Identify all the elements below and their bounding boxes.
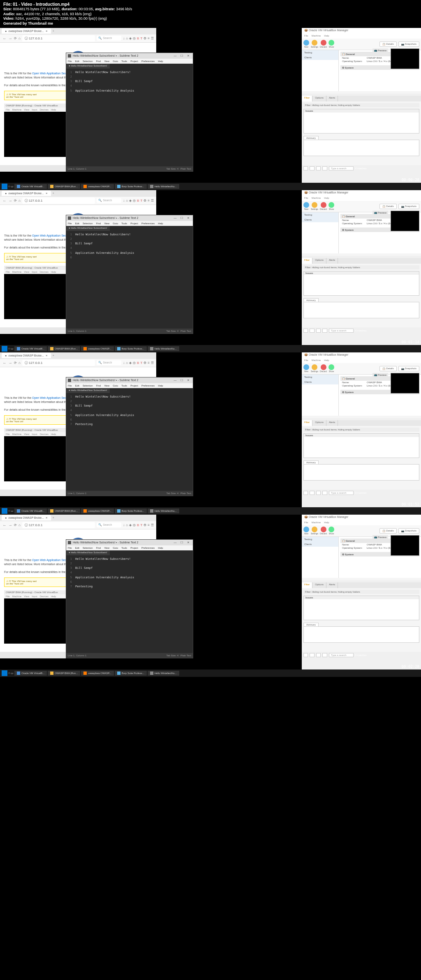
- browser-tab[interactable]: ●owaspbwa OWASP Broke...×: [2, 353, 51, 358]
- bars-icon[interactable]: ≡: [148, 361, 150, 365]
- nav-last-button[interactable]: >: [322, 166, 327, 170]
- nav-next-button[interactable]: +: [316, 653, 321, 657]
- maximize-button[interactable]: ☐: [179, 216, 185, 220]
- details-button[interactable]: 📋Details: [379, 41, 396, 47]
- options-tab[interactable]: Options: [312, 258, 326, 264]
- alerts-tab[interactable]: Alerts: [326, 582, 338, 588]
- menu-item[interactable]: Input: [32, 271, 37, 273]
- taskbar-item[interactable]: owaspbwa OWASP...: [81, 671, 113, 676]
- home-icon[interactable]: ⌂: [126, 199, 128, 202]
- snapshots-button[interactable]: 📷Snapshots: [398, 204, 419, 209]
- menu-item[interactable]: Machine: [12, 433, 22, 435]
- download-icon[interactable]: ↓: [123, 523, 125, 527]
- menu-item[interactable]: Input: [32, 433, 37, 435]
- minimize-button[interactable]: —: [172, 54, 178, 58]
- menu-item[interactable]: Edit: [75, 222, 79, 225]
- menu-item[interactable]: Devices: [40, 271, 49, 273]
- bold-icon[interactable]: B: [137, 523, 139, 527]
- editor-content[interactable]: 1Hello WintellectNow Subscribers!23Bill …: [66, 393, 193, 428]
- bars-icon[interactable]: ≡: [148, 199, 150, 202]
- close-button[interactable]: ✕: [185, 541, 191, 545]
- taskbar-item[interactable]: OWASP BWA [Run...: [48, 671, 80, 676]
- taskbar-item[interactable]: owaspbwa OWASP...: [81, 508, 113, 513]
- menu-item[interactable]: File: [304, 35, 308, 38]
- home-button[interactable]: ⌂: [19, 361, 21, 365]
- sidebar-item[interactable]: Clients: [302, 380, 338, 384]
- close-button[interactable]: ✕: [185, 54, 191, 58]
- search-input[interactable]: Type a search: [329, 166, 354, 170]
- nav-first-button[interactable]: ?: [303, 653, 308, 657]
- menu-item[interactable]: File: [6, 271, 10, 273]
- menu-item[interactable]: Devices: [40, 433, 49, 435]
- menu-item[interactable]: Edit: [75, 60, 79, 62]
- bars-icon[interactable]: ≡: [148, 523, 150, 527]
- browser-tab[interactable]: ●owaspbwa OWASP Broke...×: [2, 28, 51, 34]
- menu-item[interactable]: Input: [32, 108, 37, 111]
- menu-item[interactable]: Help: [158, 60, 163, 62]
- back-button[interactable]: ←: [2, 36, 7, 41]
- minimize-button[interactable]: —: [172, 378, 178, 382]
- new-tab-button[interactable]: +: [53, 354, 54, 357]
- menu-item[interactable]: Preferences: [141, 222, 155, 225]
- new-tab-button[interactable]: +: [53, 516, 54, 519]
- options-tab[interactable]: Options: [312, 582, 326, 588]
- taskbar-item[interactable]: Burp Suite Profess...: [115, 184, 147, 189]
- reload-button[interactable]: ⟳: [14, 361, 17, 365]
- menu-item[interactable]: Selection: [83, 384, 93, 387]
- snapshots-button[interactable]: 📷Snapshots: [398, 366, 419, 371]
- new-tab-button[interactable]: +: [53, 30, 54, 32]
- url-bar[interactable]: ⓘ 127.0.0.1: [22, 360, 95, 366]
- close-icon[interactable]: ×: [46, 516, 48, 520]
- cortana-icon[interactable]: ○: [8, 672, 10, 674]
- advisory-tab[interactable]: Advisory: [303, 623, 319, 627]
- cortana-icon[interactable]: ○: [8, 347, 10, 350]
- menu-item[interactable]: Help: [158, 384, 163, 387]
- menu-item[interactable]: View: [24, 433, 29, 435]
- alerts-tab[interactable]: Alerts: [326, 258, 338, 264]
- sidebar-item[interactable]: Clients: [302, 55, 338, 60]
- options-tab[interactable]: Options: [312, 420, 326, 426]
- menu-item[interactable]: Help: [51, 108, 56, 111]
- search-input[interactable]: Type a search: [329, 653, 354, 657]
- text-icon[interactable]: T: [140, 199, 142, 202]
- task-view-icon[interactable]: ▭: [11, 185, 14, 188]
- editor-content[interactable]: 1Hello WintellectNow Subscribers!23Bill …: [66, 555, 193, 591]
- menu-item[interactable]: Project: [130, 60, 138, 62]
- maximize-button[interactable]: ☐: [179, 378, 185, 382]
- reload-button[interactable]: ⟳: [14, 37, 17, 40]
- maximize-button[interactable]: ☐: [179, 541, 185, 545]
- bold-icon[interactable]: B: [137, 199, 139, 202]
- search-input[interactable]: Type a search: [329, 491, 354, 495]
- menu-item[interactable]: View: [24, 595, 29, 598]
- target-icon[interactable]: ◎: [133, 523, 136, 527]
- nav-next-button[interactable]: +: [316, 329, 321, 333]
- options-tab[interactable]: Options: [312, 96, 326, 101]
- bold-icon[interactable]: B: [137, 361, 139, 365]
- menu-item[interactable]: File: [68, 547, 72, 549]
- forward-button[interactable]: →: [8, 198, 12, 203]
- start-button[interactable]: [2, 508, 7, 514]
- settings-button[interactable]: Settings: [311, 202, 318, 210]
- search-input[interactable]: 🔍 Search: [97, 522, 121, 527]
- url-bar[interactable]: ⓘ 127.0.0.1: [22, 35, 95, 41]
- menu-item[interactable]: Project: [130, 222, 138, 225]
- discard-button[interactable]: Discard: [320, 364, 327, 373]
- nav-last-button[interactable]: >: [322, 329, 327, 333]
- target-icon[interactable]: ◎: [133, 361, 136, 365]
- nav-next-button[interactable]: +: [316, 491, 321, 495]
- shield-icon[interactable]: ◈: [129, 199, 132, 202]
- menu-item[interactable]: Devices: [40, 595, 49, 598]
- menu-item[interactable]: View: [104, 547, 109, 549]
- bold-icon[interactable]: B: [137, 37, 139, 40]
- menu-item[interactable]: Selection: [83, 547, 93, 549]
- url-bar[interactable]: ⓘ 127.0.0.1: [22, 522, 95, 528]
- menu-item[interactable]: Tools: [121, 384, 127, 387]
- taskbar-item[interactable]: Hello WintellectNo...: [148, 184, 179, 189]
- settings-button[interactable]: Settings: [311, 364, 318, 373]
- discard-button[interactable]: Discard: [320, 527, 327, 535]
- menu-item[interactable]: Selection: [83, 60, 93, 62]
- filter-tab[interactable]: Filter: [302, 258, 312, 264]
- nav-prev-button[interactable]: <: [310, 329, 315, 333]
- advisory-tab[interactable]: Advisory: [303, 460, 319, 465]
- home-button[interactable]: ⌂: [19, 199, 21, 202]
